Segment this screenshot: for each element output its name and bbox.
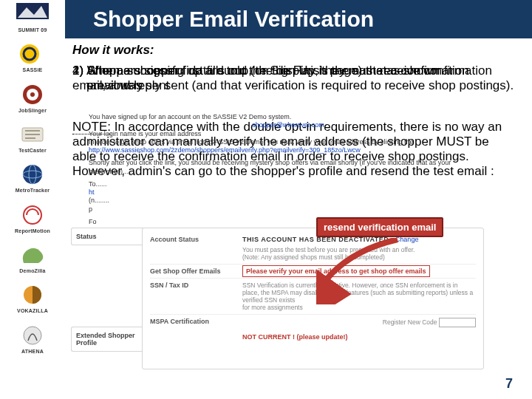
demozilla-icon bbox=[16, 244, 49, 266]
resend-callout: resend verification email bbox=[316, 217, 443, 237]
overlapping-steps: 4) After a successful data dump, the dis… bbox=[72, 64, 516, 115]
page-number: 7 bbox=[505, 376, 513, 392]
logo-metrotracker: MetroTracker bbox=[7, 163, 58, 193]
mini-address: shopper@wherever.com bbox=[89, 121, 488, 129]
tab-extended-profile[interactable]: Extended Shopper Profile bbox=[71, 327, 145, 352]
mini-line-6: (n........ bbox=[89, 197, 488, 205]
mini-line-2: Your login name is your email address bbox=[89, 130, 488, 138]
jobslinger-icon bbox=[16, 83, 49, 106]
panel-body: Account Status THIS ACCOUNT HAS BEEN DEA… bbox=[142, 228, 484, 369]
panel-tabs: Status Extended Shopper Profile bbox=[71, 228, 145, 353]
register-code-label: Register New Code bbox=[383, 318, 437, 326]
mini-ht: ht bbox=[89, 188, 488, 197]
summit-icon bbox=[16, 3, 49, 25]
logo-jobslinger: JobSlinger bbox=[7, 83, 58, 113]
ssn-label: SSN / Tax ID bbox=[150, 282, 242, 289]
svg-point-11 bbox=[24, 327, 41, 344]
logo-demozilla: DemoZilla bbox=[7, 244, 58, 273]
mini-line-3: In order to get shop offers via email fr… bbox=[89, 138, 488, 146]
logo-reportmotion: ReportMotion bbox=[7, 204, 58, 233]
logo-sidebar: SUMMIT 09 SASSiE JobSlinger TestCaster M… bbox=[0, 0, 65, 399]
metrotracker-icon bbox=[16, 163, 49, 185]
how-it-works-label: How it works: bbox=[72, 43, 516, 58]
title-bar: Shopper Email Verification bbox=[65, 0, 532, 38]
mini-p: p bbox=[89, 205, 488, 214]
svg-point-6 bbox=[23, 165, 42, 184]
logo-athena: ATHENA bbox=[7, 324, 58, 354]
register-code-input[interactable] bbox=[439, 318, 476, 327]
svg-point-4 bbox=[30, 92, 35, 97]
logo-sassie: SASSiE bbox=[7, 43, 58, 72]
mini-verify-link: http://www.sassieshop.com/2zdemo/shopper… bbox=[89, 146, 488, 154]
not-current-warning: NOT CURRENT ! (please update!) bbox=[242, 333, 348, 341]
mini-line-4: Shortly after you click the link, you sh… bbox=[89, 159, 488, 176]
get-emails-label: Get Shop Offer Emails bbox=[150, 267, 242, 275]
testcaster-icon bbox=[16, 123, 49, 146]
logo-testcaster: TestCaster bbox=[7, 123, 58, 153]
tab-status[interactable]: Status bbox=[71, 228, 145, 245]
resend-button-callout[interactable]: resend verification email bbox=[316, 217, 443, 237]
sassie-icon bbox=[16, 43, 49, 65]
mini-line-1: You have signed up for an account on the… bbox=[89, 113, 488, 121]
step-layer-3: 1) When a shopper first fills out the Si… bbox=[72, 64, 516, 92]
mspa-label: MSPA Certification bbox=[150, 318, 242, 325]
athena-icon bbox=[16, 324, 49, 347]
arrow-icon bbox=[316, 238, 427, 304]
vokazilla-icon bbox=[16, 284, 49, 306]
account-status-label: Account Status bbox=[150, 236, 242, 243]
slide-title: Shopper Email Verification bbox=[93, 7, 374, 32]
logo-vokazilla: VOKAZILLA bbox=[7, 284, 58, 313]
reportmotion-icon bbox=[16, 204, 49, 226]
mini-line-5: To...... bbox=[89, 180, 488, 188]
ssn-body-2: for more assignments bbox=[242, 304, 476, 311]
logo-summit: SUMMIT 09 bbox=[7, 3, 58, 33]
